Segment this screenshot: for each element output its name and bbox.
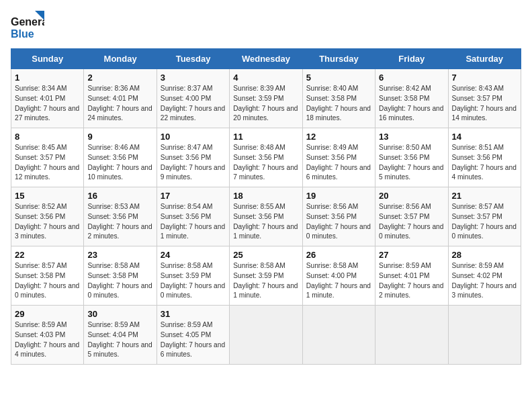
calendar-cell: 21Sunrise: 8:57 AMSunset: 3:57 PMDayligh… xyxy=(448,187,521,246)
calendar-cell: 5Sunrise: 8:40 AMSunset: 3:58 PMDaylight… xyxy=(302,69,375,128)
day-number: 30 xyxy=(87,309,152,319)
svg-text:Blue: Blue xyxy=(11,28,34,40)
calendar-cell: 29Sunrise: 8:59 AMSunset: 4:03 PMDayligh… xyxy=(11,306,84,365)
calendar-cell: 6Sunrise: 8:42 AMSunset: 3:58 PMDaylight… xyxy=(375,69,448,128)
svg-text:General: General xyxy=(11,16,44,28)
calendar-header: SundayMondayTuesdayWednesdayThursdayFrid… xyxy=(11,49,521,69)
day-number: 6 xyxy=(379,73,444,83)
cell-details: Sunrise: 8:55 AMSunset: 3:56 PMDaylight:… xyxy=(233,202,298,242)
cell-details: Sunrise: 8:58 AMSunset: 3:58 PMDaylight:… xyxy=(87,261,152,301)
cell-details: Sunrise: 8:47 AMSunset: 3:56 PMDaylight:… xyxy=(161,143,226,183)
calendar-cell: 11Sunrise: 8:48 AMSunset: 3:56 PMDayligh… xyxy=(230,128,302,187)
cell-details: Sunrise: 8:59 AMSunset: 4:03 PMDaylight:… xyxy=(15,320,80,360)
calendar-cell: 24Sunrise: 8:58 AMSunset: 3:59 PMDayligh… xyxy=(157,246,229,306)
weekday-header-thursday: Thursday xyxy=(302,49,375,69)
cell-details: Sunrise: 8:58 AMSunset: 4:00 PMDaylight:… xyxy=(306,261,371,301)
day-number: 15 xyxy=(15,191,80,201)
weekday-header-saturday: Saturday xyxy=(448,49,521,69)
day-number: 20 xyxy=(379,191,444,201)
day-number: 8 xyxy=(15,132,80,142)
weekday-header-sunday: Sunday xyxy=(11,49,84,69)
day-number: 18 xyxy=(233,191,298,201)
cell-details: Sunrise: 8:51 AMSunset: 3:56 PMDaylight:… xyxy=(452,143,517,183)
logo: GeneralBlue xyxy=(11,11,44,42)
day-number: 3 xyxy=(161,73,226,83)
cell-details: Sunrise: 8:59 AMSunset: 4:02 PMDaylight:… xyxy=(452,261,517,301)
day-number: 22 xyxy=(15,250,80,260)
calendar-cell: 28Sunrise: 8:59 AMSunset: 4:02 PMDayligh… xyxy=(448,246,521,306)
cell-details: Sunrise: 8:40 AMSunset: 3:58 PMDaylight:… xyxy=(306,84,371,124)
day-number: 24 xyxy=(161,250,226,260)
weekday-header-tuesday: Tuesday xyxy=(157,49,229,69)
day-number: 16 xyxy=(87,191,152,201)
cell-details: Sunrise: 8:59 AMSunset: 4:01 PMDaylight:… xyxy=(379,261,444,301)
cell-details: Sunrise: 8:36 AMSunset: 4:01 PMDaylight:… xyxy=(87,84,152,124)
calendar-week-5: 29Sunrise: 8:59 AMSunset: 4:03 PMDayligh… xyxy=(11,306,521,365)
calendar-cell: 1Sunrise: 8:34 AMSunset: 4:01 PMDaylight… xyxy=(11,69,84,128)
calendar-week-1: 1Sunrise: 8:34 AMSunset: 4:01 PMDaylight… xyxy=(11,69,521,128)
cell-details: Sunrise: 8:42 AMSunset: 3:58 PMDaylight:… xyxy=(379,84,444,124)
day-number: 25 xyxy=(233,250,298,260)
calendar-cell: 20Sunrise: 8:56 AMSunset: 3:57 PMDayligh… xyxy=(375,187,448,246)
day-number: 21 xyxy=(452,191,517,201)
cell-details: Sunrise: 8:46 AMSunset: 3:56 PMDaylight:… xyxy=(87,143,152,183)
day-number: 1 xyxy=(15,73,80,83)
day-number: 19 xyxy=(306,191,371,201)
cell-details: Sunrise: 8:37 AMSunset: 4:00 PMDaylight:… xyxy=(161,84,226,124)
weekday-header-row: SundayMondayTuesdayWednesdayThursdayFrid… xyxy=(11,49,521,69)
calendar-cell: 31Sunrise: 8:59 AMSunset: 4:05 PMDayligh… xyxy=(157,306,229,365)
calendar-cell: 3Sunrise: 8:37 AMSunset: 4:00 PMDaylight… xyxy=(157,69,229,128)
day-number: 2 xyxy=(87,73,152,83)
calendar-cell: 25Sunrise: 8:58 AMSunset: 3:59 PMDayligh… xyxy=(230,246,302,306)
day-number: 27 xyxy=(379,250,444,260)
day-number: 23 xyxy=(87,250,152,260)
day-number: 7 xyxy=(452,73,517,83)
day-number: 12 xyxy=(306,132,371,142)
calendar-cell: 15Sunrise: 8:52 AMSunset: 3:56 PMDayligh… xyxy=(11,187,84,246)
calendar-cell: 27Sunrise: 8:59 AMSunset: 4:01 PMDayligh… xyxy=(375,246,448,306)
calendar-week-3: 15Sunrise: 8:52 AMSunset: 3:56 PMDayligh… xyxy=(11,187,521,246)
calendar-cell: 7Sunrise: 8:43 AMSunset: 3:57 PMDaylight… xyxy=(448,69,521,128)
cell-details: Sunrise: 8:45 AMSunset: 3:57 PMDaylight:… xyxy=(15,143,80,183)
cell-details: Sunrise: 8:53 AMSunset: 3:56 PMDaylight:… xyxy=(87,202,152,242)
calendar-week-4: 22Sunrise: 8:57 AMSunset: 3:58 PMDayligh… xyxy=(11,246,521,306)
day-number: 17 xyxy=(161,191,226,201)
cell-details: Sunrise: 8:57 AMSunset: 3:58 PMDaylight:… xyxy=(15,261,80,301)
cell-details: Sunrise: 8:49 AMSunset: 3:56 PMDaylight:… xyxy=(306,143,371,183)
cell-details: Sunrise: 8:56 AMSunset: 3:57 PMDaylight:… xyxy=(379,202,444,242)
cell-details: Sunrise: 8:39 AMSunset: 3:59 PMDaylight:… xyxy=(233,84,298,124)
cell-details: Sunrise: 8:52 AMSunset: 3:56 PMDaylight:… xyxy=(15,202,80,242)
day-number: 31 xyxy=(161,309,226,319)
calendar-cell: 30Sunrise: 8:59 AMSunset: 4:04 PMDayligh… xyxy=(84,306,157,365)
cell-details: Sunrise: 8:59 AMSunset: 4:05 PMDaylight:… xyxy=(161,320,226,360)
day-number: 14 xyxy=(452,132,517,142)
day-number: 9 xyxy=(87,132,152,142)
cell-details: Sunrise: 8:56 AMSunset: 3:56 PMDaylight:… xyxy=(306,202,371,242)
calendar-cell: 4Sunrise: 8:39 AMSunset: 3:59 PMDaylight… xyxy=(230,69,302,128)
calendar-cell: 13Sunrise: 8:50 AMSunset: 3:56 PMDayligh… xyxy=(375,128,448,187)
calendar-cell: 10Sunrise: 8:47 AMSunset: 3:56 PMDayligh… xyxy=(157,128,229,187)
calendar-cell: 12Sunrise: 8:49 AMSunset: 3:56 PMDayligh… xyxy=(302,128,375,187)
day-number: 4 xyxy=(233,73,298,83)
cell-details: Sunrise: 8:43 AMSunset: 3:57 PMDaylight:… xyxy=(452,84,517,124)
cell-details: Sunrise: 8:34 AMSunset: 4:01 PMDaylight:… xyxy=(15,84,80,124)
calendar-cell: 19Sunrise: 8:56 AMSunset: 3:56 PMDayligh… xyxy=(302,187,375,246)
calendar-cell: 14Sunrise: 8:51 AMSunset: 3:56 PMDayligh… xyxy=(448,128,521,187)
calendar-cell: 26Sunrise: 8:58 AMSunset: 4:00 PMDayligh… xyxy=(302,246,375,306)
calendar-cell xyxy=(448,306,521,365)
cell-details: Sunrise: 8:48 AMSunset: 3:56 PMDaylight:… xyxy=(233,143,298,183)
logo-svg: GeneralBlue xyxy=(11,11,44,42)
day-number: 10 xyxy=(161,132,226,142)
calendar-cell: 8Sunrise: 8:45 AMSunset: 3:57 PMDaylight… xyxy=(11,128,84,187)
calendar-cell xyxy=(375,306,448,365)
cell-details: Sunrise: 8:54 AMSunset: 3:56 PMDaylight:… xyxy=(161,202,226,242)
day-number: 29 xyxy=(15,309,80,319)
calendar-week-2: 8Sunrise: 8:45 AMSunset: 3:57 PMDaylight… xyxy=(11,128,521,187)
cell-details: Sunrise: 8:58 AMSunset: 3:59 PMDaylight:… xyxy=(233,261,298,301)
weekday-header-monday: Monday xyxy=(84,49,157,69)
day-number: 5 xyxy=(306,73,371,83)
day-number: 28 xyxy=(452,250,517,260)
day-number: 26 xyxy=(306,250,371,260)
calendar-cell: 23Sunrise: 8:58 AMSunset: 3:58 PMDayligh… xyxy=(84,246,157,306)
day-number: 13 xyxy=(379,132,444,142)
